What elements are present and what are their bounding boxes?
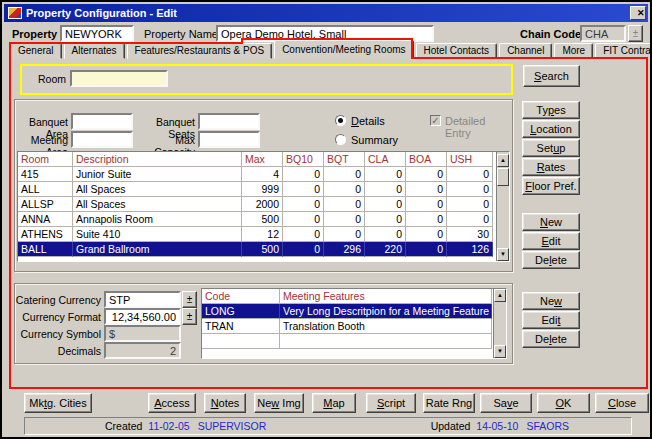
tab-channel[interactable]: Channel — [499, 43, 552, 59]
table-row[interactable]: ANNAAnnapolis Room50000000 — [18, 212, 496, 227]
feature-delete-button[interactable]: Delete — [522, 330, 580, 348]
status-bar: Created 11-02-05 SUPERVISOR Updated 14-0… — [24, 417, 632, 435]
scroll-down-icon[interactable]: ▼ — [497, 248, 509, 261]
updated-user: SFAORS — [526, 420, 569, 432]
rooms-table: RoomDescriptionMaxBQ10BQTCLABOAUSH415Jun… — [17, 151, 510, 262]
features-table-scrollbar[interactable]: ▲ ▼ — [493, 289, 506, 358]
updated-label: Updated — [431, 420, 471, 432]
table-cell: 0 — [406, 197, 447, 212]
feature-edit-button[interactable]: Edit — [522, 311, 580, 329]
tab-hotel-contacts[interactable]: Hotel Contacts — [416, 43, 498, 59]
table-row[interactable]: 415Junior Suite400000 — [18, 167, 496, 182]
tab-alternates[interactable]: Alternates — [64, 43, 125, 59]
column-header: Max — [242, 152, 283, 167]
tab-general[interactable]: General — [10, 43, 62, 59]
close-icon[interactable]: ✕ — [630, 6, 646, 20]
banquet-seats-input[interactable] — [198, 113, 260, 130]
room-input[interactable] — [70, 70, 168, 87]
table-cell — [202, 334, 280, 349]
map-button[interactable]: Map — [312, 393, 356, 413]
banquet-area-input[interactable] — [71, 113, 133, 130]
tab-more[interactable]: More — [554, 43, 593, 59]
column-header: BQT — [324, 152, 365, 167]
mktg-cities-button[interactable]: Mktg. Cities — [24, 393, 92, 413]
summary-radio-label[interactable]: Summary — [351, 134, 398, 146]
table-cell: 0 — [447, 182, 493, 197]
rate-rng-button[interactable]: Rate Rng — [423, 393, 475, 413]
script-button[interactable]: Script — [366, 393, 416, 413]
table-cell: 0 — [324, 227, 365, 242]
access-button[interactable]: Access — [148, 393, 196, 413]
table-cell: 0 — [406, 167, 447, 182]
table-cell: 0 — [324, 182, 365, 197]
table-cell: ALLSP — [18, 197, 73, 212]
table-cell: Very Long Descritpion for a Meeting Feat… — [280, 304, 492, 319]
meeting-area-input[interactable] — [71, 131, 133, 148]
ok-button[interactable]: OK — [537, 393, 590, 413]
details-radio-label[interactable]: Details — [351, 115, 385, 127]
scroll-up-icon[interactable]: ▲ — [497, 154, 509, 167]
table-cell: 415 — [18, 167, 73, 182]
scroll-up-icon[interactable]: ▲ — [494, 289, 506, 302]
table-cell: 0 — [283, 227, 324, 242]
table-row[interactable] — [202, 334, 493, 349]
table-cell: ALL — [18, 182, 73, 197]
rooms-table-scrollbar[interactable]: ▲ ▼ — [496, 152, 509, 261]
types-button[interactable]: Types — [522, 101, 580, 119]
currency-symbol-input — [104, 325, 181, 342]
table-cell: ANNA — [18, 212, 73, 227]
summary-radio[interactable] — [335, 134, 346, 145]
table-cell: Annapolis Room — [73, 212, 242, 227]
table-cell: All Spaces — [73, 182, 242, 197]
table-cell: 296 — [324, 242, 365, 257]
currency-format-input[interactable] — [104, 308, 181, 325]
search-button[interactable]: Search — [523, 65, 580, 87]
catering-currency-input[interactable] — [104, 291, 181, 308]
setup-button[interactable]: Setup — [522, 139, 580, 157]
property-input[interactable] — [60, 25, 134, 42]
tab-convention-meeting-rooms[interactable]: Convention/Meeting Rooms — [274, 40, 413, 59]
column-header: BQ10 — [283, 152, 324, 167]
save-button[interactable]: Save — [480, 393, 532, 413]
rooms-table-body: RoomDescriptionMaxBQ10BQTCLABOAUSH415Jun… — [18, 152, 496, 261]
catering-currency-lov-icon[interactable]: ± — [182, 291, 197, 308]
room-new-button[interactable]: New — [522, 213, 580, 231]
currency-format-label: Currency Format — [15, 311, 101, 323]
room-edit-button[interactable]: Edit — [522, 232, 580, 250]
feature-new-button[interactable]: New — [522, 292, 580, 310]
table-row[interactable]: ALLAll Spaces99900000 — [18, 182, 496, 197]
table-cell: Translation Booth — [280, 319, 492, 334]
table-cell: Grand Ballroom — [73, 242, 242, 257]
title-bar: Property Configuration - Edit ✕ — [4, 4, 648, 22]
max-capacity-input[interactable] — [198, 131, 260, 148]
table-row[interactable]: ATHENSSuite 41012000030 — [18, 227, 496, 242]
currency-groupbox: Catering Currency ± Currency Format ± Cu… — [14, 283, 513, 364]
table-cell: 126 — [447, 242, 493, 257]
room-delete-button[interactable]: Delete — [522, 251, 580, 269]
table-row[interactable]: LONGVery Long Descritpion for a Meeting … — [202, 304, 493, 319]
created-label: Created — [105, 420, 142, 432]
table-cell: 0 — [447, 197, 493, 212]
close-button[interactable]: Close — [595, 393, 649, 413]
table-row[interactable]: TRANTranslation Booth — [202, 319, 493, 334]
scroll-down-icon[interactable]: ▼ — [494, 345, 506, 358]
table-cell: LONG — [202, 304, 280, 319]
notes-button[interactable]: Notes — [204, 393, 246, 413]
new-img-button[interactable]: New Img — [254, 393, 304, 413]
location-button[interactable]: Location — [522, 120, 580, 138]
table-row[interactable]: ALLSPAll Spaces200000000 — [18, 197, 496, 212]
tab-fit-contracts[interactable]: FIT Contracts — [595, 43, 652, 59]
details-radio[interactable] — [335, 115, 346, 126]
features-table-body: CodeMeeting FeaturesLONGVery Long Descri… — [202, 289, 493, 358]
rates-button[interactable]: Rates — [522, 158, 580, 176]
table-header-row: CodeMeeting Features — [202, 289, 493, 304]
table-row[interactable]: BALLGrand Ballroom50002962200126 — [18, 242, 496, 257]
table-cell: TRAN — [202, 319, 280, 334]
updated-date: 14-05-10 — [476, 420, 518, 432]
floor-pref-button[interactable]: Floor Pref. — [522, 177, 580, 195]
table-cell: 0 — [406, 182, 447, 197]
chain-code-input — [580, 25, 626, 42]
tab-features-restaurants-pos[interactable]: Features/Restaurants & POS — [127, 43, 273, 59]
currency-format-lov-icon[interactable]: ± — [182, 308, 197, 325]
scrollbar-thumb[interactable] — [497, 168, 509, 186]
